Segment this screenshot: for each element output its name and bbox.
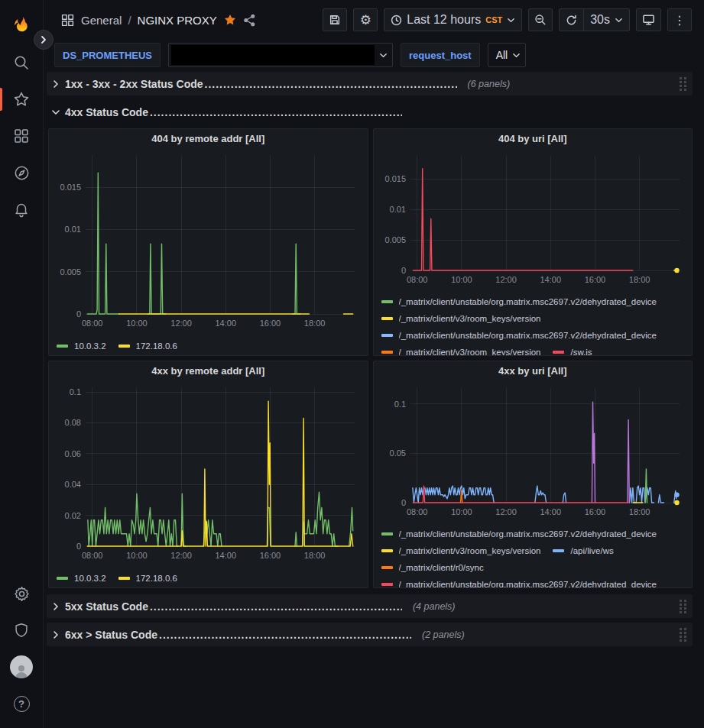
legend-label: /_matrix/client/unstable/org.matrix.msc2… bbox=[399, 580, 657, 587]
star-icon bbox=[12, 90, 31, 108]
svg-text:0: 0 bbox=[401, 266, 405, 275]
row-drag-handle[interactable] bbox=[680, 628, 686, 641]
gear-icon bbox=[13, 585, 31, 603]
time-series-chart[interactable]: 08:0010:0012:0014:0016:0018:0000.020.040… bbox=[49, 380, 368, 568]
sidebar-item-profile[interactable] bbox=[6, 652, 37, 682]
time-range-label: Last 12 hours bbox=[407, 13, 481, 27]
time-series-chart[interactable]: 08:0010:0012:0014:0016:0018:0000.0050.01… bbox=[374, 148, 693, 292]
row-title: 6xx > Status Code bbox=[65, 629, 157, 641]
row-4xx[interactable]: 4xx Status Code ........................… bbox=[47, 100, 693, 124]
legend-item[interactable]: 10.0.3.2 bbox=[57, 570, 106, 587]
chevron-down-icon bbox=[615, 16, 623, 24]
legend-item[interactable]: /api/live/ws bbox=[553, 542, 613, 559]
refresh-interval-button[interactable]: 30s bbox=[583, 9, 629, 31]
panel-header[interactable]: 404 by remote addr [All] bbox=[49, 129, 368, 147]
legend-item[interactable]: /_matrix/client/unstable/org.matrix.msc2… bbox=[381, 293, 657, 310]
row-5xx[interactable]: 5xx Status Code ........................… bbox=[47, 594, 693, 618]
row-title-dots: ........................................… bbox=[205, 78, 457, 90]
sidebar-item-search[interactable] bbox=[6, 47, 37, 78]
legend-swatch bbox=[381, 583, 393, 586]
sidebar-item-explore[interactable] bbox=[6, 157, 37, 188]
legend-item[interactable]: /_matrix/client/unstable/org.matrix.msc2… bbox=[381, 526, 657, 542]
legend-item[interactable]: /_matrix/client/v3/room_keys/version bbox=[381, 542, 541, 559]
panel-header[interactable]: 4xx by remote addr [All] bbox=[49, 361, 368, 380]
legend-item[interactable]: /_matrix/client/r0/sync bbox=[381, 559, 484, 576]
legend-item[interactable]: /_matrix/client/v3/room_keys/version bbox=[381, 310, 541, 327]
save-dashboard-button[interactable] bbox=[323, 8, 347, 31]
zoom-out-time-button[interactable] bbox=[528, 8, 553, 31]
request-host-variable-select[interactable]: All bbox=[488, 43, 527, 67]
sidebar-expand-toggle[interactable] bbox=[34, 30, 54, 50]
svg-text:08:00: 08:00 bbox=[406, 275, 427, 284]
chevron-down-icon bbox=[379, 51, 388, 60]
legend-label: /_matrix/client/v3/room_keys/version bbox=[399, 314, 541, 323]
legend-item[interactable]: /_matrix/client/unstable/org.matrix.msc2… bbox=[381, 576, 657, 587]
apps-icon bbox=[60, 13, 75, 28]
request-host-variable-label[interactable]: request_host bbox=[401, 43, 480, 67]
svg-text:18:00: 18:00 bbox=[628, 507, 650, 516]
legend-swatch bbox=[57, 345, 68, 348]
row-drag-handle[interactable] bbox=[680, 600, 686, 613]
chevron-right-icon bbox=[39, 35, 48, 44]
more-options-button[interactable]: ⋮ bbox=[667, 8, 692, 31]
panel-legend: /_matrix/client/unstable/org.matrix.msc2… bbox=[374, 524, 693, 587]
grafana-logo[interactable] bbox=[6, 11, 37, 41]
row-6xx[interactable]: 6xx > Status Code ......................… bbox=[47, 623, 693, 646]
zoom-out-icon bbox=[534, 14, 547, 26]
time-series-chart[interactable]: 08:0010:0012:0014:0016:0018:0000.0050.01… bbox=[49, 147, 368, 335]
datasource-variable-select[interactable] bbox=[168, 43, 393, 67]
svg-text:0: 0 bbox=[76, 542, 81, 551]
panel-4xx-by-uri: 4xx by uri [All] 08:0010:0012:0014:0016:… bbox=[373, 361, 693, 588]
star-filled-icon[interactable] bbox=[223, 13, 237, 27]
svg-text:12:00: 12:00 bbox=[170, 551, 192, 560]
chevron-down-icon bbox=[512, 51, 521, 60]
sidebar-item-help[interactable]: ? bbox=[6, 688, 37, 719]
panel-404-by-uri: 404 by uri [All] 08:0010:0012:0014:0016:… bbox=[373, 128, 693, 356]
row-panel-count: (6 panels) bbox=[468, 79, 511, 89]
share-icon[interactable] bbox=[243, 14, 256, 27]
sidebar-item-dashboards[interactable] bbox=[6, 121, 37, 151]
time-series-chart[interactable]: 08:0010:0012:0014:0016:0018:0000.050.1 bbox=[374, 380, 693, 524]
sidebar-item-starred[interactable] bbox=[6, 84, 37, 115]
breadcrumb-section[interactable]: General bbox=[81, 14, 122, 27]
row-1xx-3xx-2xx[interactable]: 1xx - 3xx - 2xx Status Code ............… bbox=[47, 72, 693, 95]
dashboard-settings-button[interactable]: ⚙ bbox=[353, 8, 378, 31]
panel-legend: 10.0.3.2172.18.0.6 bbox=[49, 335, 368, 355]
sidebar-item-server-admin[interactable] bbox=[6, 615, 37, 645]
monitor-icon bbox=[642, 14, 655, 26]
svg-text:0.015: 0.015 bbox=[384, 174, 406, 183]
row-drag-handle[interactable] bbox=[680, 77, 686, 90]
chevron-right-icon bbox=[51, 630, 60, 639]
svg-text:0.05: 0.05 bbox=[389, 448, 405, 458]
legend-label: /sw.js bbox=[570, 348, 592, 355]
refresh-button[interactable] bbox=[560, 9, 583, 31]
legend-label: 172.18.0.6 bbox=[136, 341, 177, 351]
panel-legend: /_matrix/client/unstable/org.matrix.msc2… bbox=[374, 292, 693, 355]
legend-item[interactable]: 172.18.0.6 bbox=[118, 338, 177, 354]
legend-label: /api/live/ws bbox=[570, 546, 613, 555]
legend-item[interactable]: /_matrix/client/v3/room_keys/version bbox=[381, 344, 541, 355]
svg-text:14:00: 14:00 bbox=[216, 551, 237, 560]
svg-text:0.015: 0.015 bbox=[60, 183, 81, 192]
legend-label: 172.18.0.6 bbox=[136, 574, 177, 583]
legend-swatch bbox=[118, 577, 130, 580]
time-range-button[interactable]: Last 12 hours CST bbox=[384, 9, 521, 31]
legend-item[interactable]: 172.18.0.6 bbox=[118, 570, 177, 587]
main-content: General / NGINX PROXY bbox=[44, 0, 704, 728]
legend-item[interactable]: /_matrix/client/unstable/org.matrix.msc2… bbox=[381, 327, 657, 344]
legend-label: /_matrix/client/unstable/org.matrix.msc2… bbox=[399, 297, 657, 306]
datasource-variable-label[interactable]: DS_PROMETHEUS bbox=[54, 43, 161, 67]
legend-item[interactable]: 10.0.3.2 bbox=[57, 338, 106, 354]
sidebar-item-alerting[interactable] bbox=[6, 194, 37, 225]
breadcrumb-page-title: NGINX PROXY bbox=[138, 14, 217, 27]
sidebar-item-configuration[interactable] bbox=[6, 578, 37, 609]
panel-header[interactable]: 404 by uri [All] bbox=[374, 129, 693, 148]
compass-icon bbox=[13, 164, 31, 182]
clock-icon bbox=[391, 15, 402, 26]
cycle-view-mode-button[interactable] bbox=[636, 8, 661, 31]
legend-item[interactable]: /sw.js bbox=[553, 344, 592, 355]
row-title: 1xx - 3xx - 2xx Status Code bbox=[65, 78, 203, 90]
panel-header[interactable]: 4xx by uri [All] bbox=[374, 361, 693, 380]
legend-label: 10.0.3.2 bbox=[74, 574, 106, 583]
chevron-down-icon bbox=[507, 16, 515, 24]
